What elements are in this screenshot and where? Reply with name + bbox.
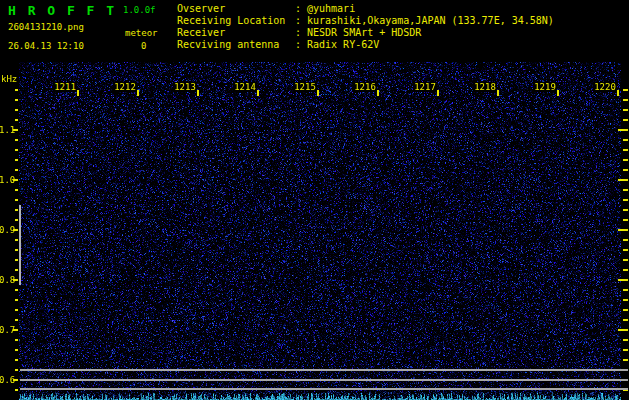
freq-axis-tick-left — [15, 169, 18, 171]
freq-axis-tick-right — [623, 169, 628, 171]
freq-axis-tick-right — [623, 269, 628, 271]
freq-axis-tick-right — [623, 259, 628, 261]
freq-axis-tick-right — [623, 99, 628, 101]
freq-axis-tick-left — [15, 209, 18, 211]
freq-axis-unit: kHz — [1, 74, 17, 84]
freq-axis-tick-left — [15, 149, 18, 151]
freq-axis-tick-right — [623, 199, 628, 201]
horizontal-gridline-2 — [20, 379, 628, 381]
freq-axis-label: 0.6 — [0, 375, 13, 385]
freq-axis-tick-left — [15, 369, 18, 371]
time-axis-label: 1216 — [353, 82, 377, 92]
freq-axis-tick-right — [623, 319, 628, 321]
freq-axis-tick-left — [15, 119, 18, 121]
time-axis-tick — [257, 90, 259, 96]
freq-axis-tick-right — [623, 339, 628, 341]
freq-axis-tick-left — [15, 89, 18, 91]
freq-axis-tick-right — [618, 329, 628, 331]
freq-axis-tick-left — [15, 309, 18, 311]
freq-axis-tick-left — [15, 299, 18, 301]
freq-axis-label: 0.7 — [0, 325, 13, 335]
freq-axis-tick-left — [15, 139, 18, 141]
freq-axis-tick-left — [15, 389, 18, 391]
freq-axis-tick-right — [623, 149, 628, 151]
freq-axis-tick-left — [13, 129, 18, 131]
freq-axis-tick-right — [623, 189, 628, 191]
freq-axis-tick-right — [618, 179, 628, 181]
freq-axis-tick-left — [13, 229, 18, 231]
freq-axis-tick-right — [623, 239, 628, 241]
freq-axis-tick-left — [15, 289, 18, 291]
freq-axis-tick-left — [15, 159, 18, 161]
freq-axis-tick-left — [15, 249, 18, 251]
freq-axis-tick-right — [623, 159, 628, 161]
time-axis-label: 1215 — [293, 82, 317, 92]
freq-axis-tick-right — [623, 219, 628, 221]
freq-axis-label: 1.1 — [0, 125, 13, 135]
time-axis-tick — [497, 90, 499, 96]
freq-axis-tick-left — [15, 319, 18, 321]
freq-axis-tick-right — [623, 349, 628, 351]
level-scale-bar — [19, 205, 21, 285]
freq-axis-tick-left — [13, 329, 18, 331]
time-axis-tick — [377, 90, 379, 96]
time-axis-label: 1213 — [173, 82, 197, 92]
freq-axis-tick-right — [623, 209, 628, 211]
time-axis-label: 1217 — [413, 82, 437, 92]
freq-axis-tick-right — [618, 229, 628, 231]
freq-axis-label: 0.8 — [0, 275, 13, 285]
freq-axis-tick-left — [13, 179, 18, 181]
freq-axis-label: 1.0 — [0, 175, 13, 185]
freq-axis-tick-right — [623, 139, 628, 141]
axes-layer: kHz 1.11.00.90.80.70.6121112121213121412… — [0, 0, 629, 400]
freq-axis-tick-left — [13, 379, 18, 381]
freq-axis-tick-left — [13, 279, 18, 281]
freq-axis-tick-right — [623, 89, 628, 91]
freq-axis-tick-right — [623, 359, 628, 361]
freq-axis-tick-left — [15, 219, 18, 221]
horizontal-gridline-1 — [20, 369, 628, 371]
freq-axis-tick-right — [618, 279, 628, 281]
freq-axis-tick-left — [15, 349, 18, 351]
time-axis-label: 1218 — [473, 82, 497, 92]
time-axis-tick — [557, 90, 559, 96]
freq-axis-tick-left — [15, 99, 18, 101]
freq-axis-tick-right — [623, 299, 628, 301]
time-axis-tick — [137, 90, 139, 96]
horizontal-gridline-3 — [20, 388, 628, 390]
freq-axis-tick-right — [623, 309, 628, 311]
time-axis-label: 1212 — [113, 82, 137, 92]
time-axis-label: 1220 — [593, 82, 617, 92]
freq-axis-tick-right — [623, 249, 628, 251]
time-axis-label: 1219 — [533, 82, 557, 92]
freq-axis-tick-right — [623, 109, 628, 111]
freq-axis-tick-right — [623, 119, 628, 121]
time-axis-tick — [437, 90, 439, 96]
freq-axis-tick-left — [15, 189, 18, 191]
time-axis-tick — [617, 90, 619, 96]
time-axis-label: 1211 — [53, 82, 77, 92]
freq-axis-tick-left — [15, 259, 18, 261]
time-axis-tick — [317, 90, 319, 96]
freq-axis-label: 0.9 — [0, 225, 13, 235]
time-axis-label: 1214 — [233, 82, 257, 92]
time-axis-tick — [197, 90, 199, 96]
freq-axis-tick-left — [15, 109, 18, 111]
freq-axis-tick-left — [15, 269, 18, 271]
freq-axis-tick-right — [618, 129, 628, 131]
freq-axis-tick-left — [15, 339, 18, 341]
freq-axis-tick-left — [15, 199, 18, 201]
hrofft-window: H R O F F T 1.0.0f 2604131210.png meteor… — [0, 0, 629, 400]
time-axis-tick — [77, 90, 79, 96]
freq-axis-tick-left — [15, 239, 18, 241]
freq-axis-tick-right — [623, 289, 628, 291]
freq-axis-tick-left — [15, 359, 18, 361]
